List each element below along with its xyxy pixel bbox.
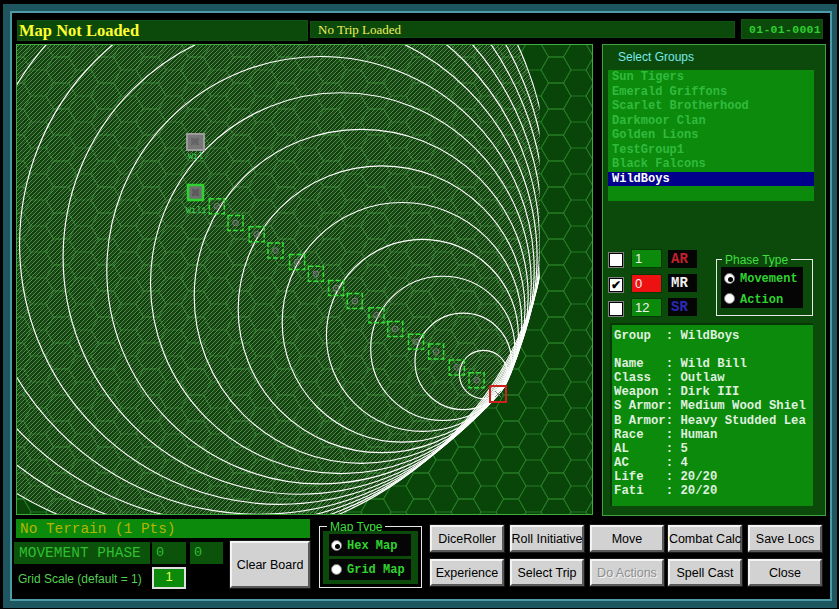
svg-text:Wil: Wil	[188, 152, 203, 162]
svg-text:Wil1: Wil1	[186, 206, 206, 216]
